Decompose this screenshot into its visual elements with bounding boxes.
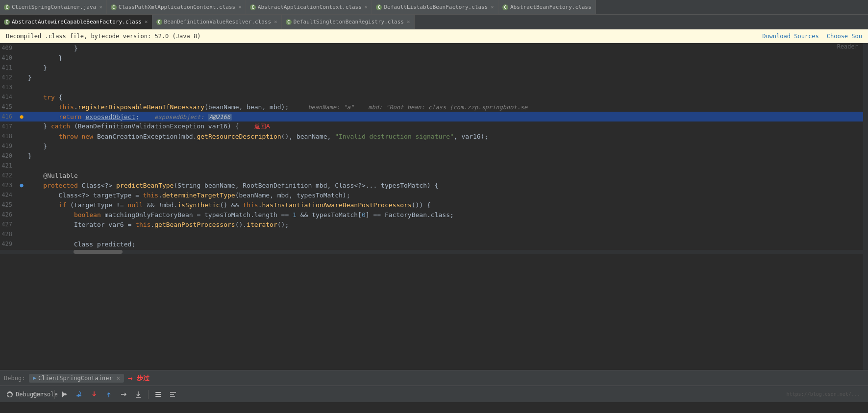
- code-line-416: 416 ● return exposedObject; exposedObjec…: [0, 112, 863, 121]
- gutter-416: ●: [17, 113, 26, 120]
- step-over-arrow: →: [128, 373, 133, 383]
- close-tab-6[interactable]: ×: [145, 19, 148, 25]
- class-icon2: C: [250, 4, 256, 10]
- sep3: [148, 390, 149, 399]
- code-line-425: 425 if (targetType != null && !mbd.isSyn…: [0, 200, 863, 210]
- class-icon7: C: [286, 19, 292, 25]
- console-icon[interactable]: Console: [39, 389, 50, 400]
- bottom-toolbar: Debugger Console: [0, 386, 868, 402]
- class-icon: C: [111, 4, 117, 10]
- class-icon5: C: [4, 19, 10, 25]
- class-icon6: C: [156, 19, 162, 25]
- frames-btn[interactable]: [152, 389, 164, 400]
- debug-label: Debug:: [4, 375, 25, 382]
- close-tab-4[interactable]: ×: [491, 4, 494, 10]
- decompile-info: Decompiled .class file, bytecode version…: [6, 33, 200, 40]
- code-line-411: 411 }: [0, 63, 863, 73]
- java-icon: C: [4, 4, 10, 10]
- code-line-410: 410 }: [0, 53, 863, 63]
- svg-rect-1: [76, 395, 81, 396]
- close-tab-8[interactable]: ×: [407, 19, 410, 25]
- step-out-btn[interactable]: [103, 389, 115, 400]
- step-over-btn[interactable]: [74, 389, 85, 400]
- code-line-423: 423 ● protected Class<?> predictBeanType…: [0, 180, 863, 190]
- debug-session-icon: ▶: [33, 375, 36, 381]
- tab-abstract-app[interactable]: C AbstractApplicationContext.class ×: [246, 0, 372, 15]
- debug-session-tab[interactable]: ▶ ClientSpringContainer ×: [29, 374, 124, 383]
- code-line-428: 428: [0, 229, 863, 239]
- tab-client-spring[interactable]: C ClientSpringContainer.java ×: [0, 0, 107, 15]
- debug-close-btn[interactable]: ×: [117, 375, 120, 382]
- code-line-412: 412 }: [0, 73, 863, 82]
- tab-default-singleton[interactable]: C DefaultSingletonBeanRegistry.class ×: [282, 15, 415, 29]
- tab-bar-row2: C AbstractAutowireCapableBeanFactory.cla…: [0, 15, 868, 29]
- code-line-413: 413: [0, 82, 863, 92]
- rerun-btn[interactable]: [4, 389, 16, 400]
- tab-default-listable[interactable]: C DefaultListableBeanFactory.class ×: [372, 0, 498, 15]
- close-tab-7[interactable]: ×: [274, 19, 277, 25]
- vertical-scrollbar[interactable]: [863, 43, 868, 370]
- tab-abstract-bean[interactable]: C AbstractBeanFactory.class: [498, 0, 596, 15]
- force-step-btn[interactable]: [132, 389, 144, 400]
- code-line-427: 427 Iterator var6 = this.getBeanPostProc…: [0, 219, 863, 229]
- tab-bar-row1: C ClientSpringContainer.java × C ClassPa…: [0, 0, 868, 15]
- code-line-418: 418 throw new BeanCreationException(mbd.…: [0, 131, 863, 141]
- resume-btn[interactable]: [59, 389, 71, 400]
- code-line-421: 421: [0, 161, 863, 170]
- variables-btn[interactable]: [167, 389, 179, 400]
- svg-rect-3: [155, 394, 161, 395]
- svg-rect-2: [155, 392, 161, 393]
- class-icon4: C: [502, 4, 508, 10]
- close-tab-2[interactable]: ×: [238, 4, 242, 10]
- step-over-label: 步过: [137, 374, 149, 383]
- code-area: 409 } 410 } 411 } 412: [0, 43, 868, 370]
- code-line-419: 419 }: [0, 141, 863, 151]
- class-icon3: C: [376, 4, 382, 10]
- tab-abstract-autowire[interactable]: C AbstractAutowireCapableBeanFactory.cla…: [0, 15, 152, 29]
- code-line-415: 415 this.registerDisposableBeanIfNecessa…: [0, 102, 863, 112]
- close-tab-1[interactable]: ×: [99, 4, 102, 10]
- debug-session-name: ClientSpringContainer: [38, 375, 113, 382]
- sep2: [54, 390, 55, 399]
- step-into-btn[interactable]: [88, 389, 100, 400]
- run-to-cursor-btn[interactable]: [118, 389, 129, 400]
- code-content: 409 } 410 } 411 } 412: [0, 43, 868, 370]
- tab-bean-def-value[interactable]: C BeanDefinitionValueResolver.class ×: [152, 15, 282, 29]
- horizontal-scrollbar[interactable]: [0, 250, 863, 254]
- close-tab-3[interactable]: ×: [365, 4, 368, 10]
- download-sources-link[interactable]: Download Sources: [762, 33, 819, 40]
- gutter-423: ●: [17, 182, 26, 189]
- code-line-429: 429 Class predicted;: [0, 239, 863, 249]
- status-url: https://blog.csdn.net/...: [786, 391, 864, 397]
- code-line-420: 420 }: [0, 151, 863, 161]
- info-actions: Download Sources Choose Sou: [762, 33, 862, 40]
- choose-sources-link[interactable]: Choose Sou: [827, 33, 862, 40]
- code-line-422: 422 @Nullable: [0, 170, 863, 180]
- tab-classpath-xml[interactable]: C ClassPathXmlApplicationContext.class ×: [107, 0, 246, 15]
- code-line-426: 426 boolean matchingOnlyFactoryBean = ty…: [0, 210, 863, 219]
- code-line-417: 417 } catch (BeanDefinitionValidationExc…: [0, 121, 863, 131]
- code-line-424: 424 Class<?> targetType = this.determine…: [0, 190, 863, 200]
- svg-rect-4: [155, 396, 161, 397]
- debug-bar: Debug: ▶ ClientSpringContainer × → 步过: [0, 370, 868, 386]
- code-line-409: 409 }: [0, 43, 863, 53]
- code-line-414: 414 try {: [0, 92, 863, 102]
- info-bar: Decompiled .class file, bytecode version…: [0, 29, 868, 43]
